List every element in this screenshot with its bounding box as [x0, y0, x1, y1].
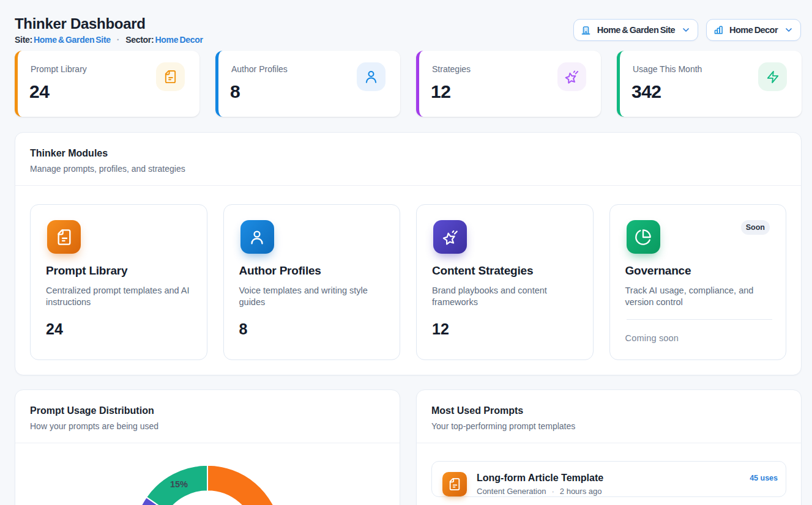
- svg-text:15%: 15%: [170, 479, 188, 489]
